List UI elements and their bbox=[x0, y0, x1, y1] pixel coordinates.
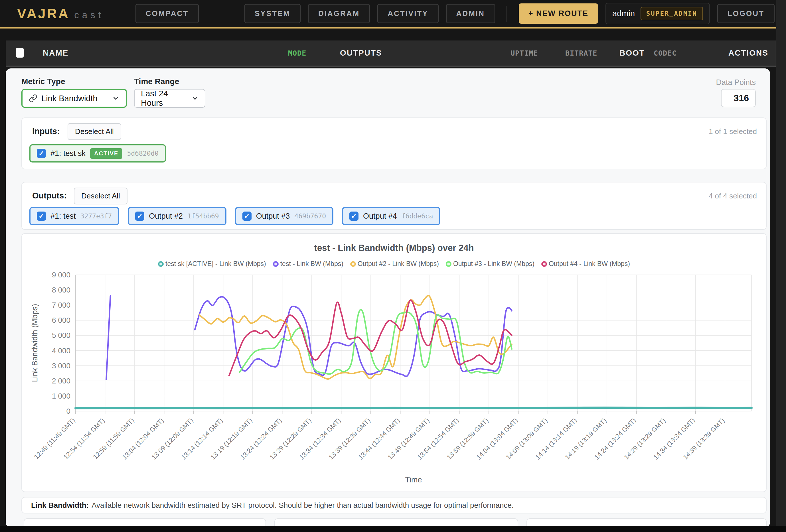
output-chip-label: Output #4 bbox=[363, 212, 397, 221]
metric-description-text: Available network bandwidth estimated by… bbox=[92, 501, 514, 510]
y-tick-label: 9 000 bbox=[52, 271, 70, 279]
column-codec[interactable]: CODEC bbox=[654, 49, 676, 57]
output-chip-id: 1f54bb69 bbox=[187, 212, 219, 220]
nav-divider bbox=[507, 6, 507, 22]
y-tick-label: 7 000 bbox=[52, 301, 70, 309]
inputs-title: Inputs: bbox=[32, 127, 60, 136]
nav-button-activity[interactable]: ACTIVITY bbox=[377, 4, 438, 23]
legend-item[interactable]: Output #3 - Link BW (Mbps) bbox=[446, 260, 534, 268]
column-outputs[interactable]: OUTPUTS bbox=[340, 48, 382, 57]
column-uptime[interactable]: UPTIME bbox=[510, 49, 538, 57]
legend-label: Output #3 - Link BW (Mbps) bbox=[453, 260, 534, 268]
legend-item[interactable]: Output #2 - Link BW (Mbps) bbox=[350, 260, 439, 268]
time-range-select[interactable]: Last 24 Hours bbox=[134, 89, 205, 108]
output-chip-id: 469b7670 bbox=[294, 212, 326, 220]
link-icon bbox=[29, 94, 37, 103]
legend-marker-icon bbox=[446, 261, 452, 267]
series-line bbox=[229, 300, 512, 376]
y-tick-label: 0 bbox=[66, 407, 70, 415]
checkbox[interactable]: ✓ bbox=[37, 149, 46, 158]
column-boot[interactable]: BOOT bbox=[620, 48, 645, 57]
metrics-panel: Metric Type Link Bandwidth Time Range La… bbox=[6, 68, 770, 528]
metric-description-card: Link Bandwidth: Available network bandwi… bbox=[21, 497, 767, 513]
nav-buttons: SYSTEMDIAGRAMACTIVITYADMIN bbox=[245, 4, 495, 23]
output-chip-row: ✓#1: test3277e3f7✓Output #21f54bb69✓Outp… bbox=[29, 207, 440, 225]
metric-description-title: Link Bandwidth: bbox=[31, 501, 89, 510]
output-chip-id: 3277e3f7 bbox=[80, 212, 112, 220]
legend-item[interactable]: Output #4 - Link BW (Mbps) bbox=[541, 260, 630, 268]
column-bitrate[interactable]: BITRATE bbox=[565, 49, 597, 57]
output-chip[interactable]: ✓Output #3469b7670 bbox=[235, 207, 333, 225]
metric-type-value: Link Bandwidth bbox=[41, 94, 97, 103]
compact-button[interactable]: COMPACT bbox=[136, 4, 199, 23]
nav-button-system[interactable]: SYSTEM bbox=[245, 4, 301, 23]
data-points-value: 316 bbox=[721, 89, 756, 107]
legend-marker-icon bbox=[541, 261, 547, 267]
checkbox[interactable]: ✓ bbox=[37, 212, 46, 221]
select-all-checkbox[interactable] bbox=[16, 48, 24, 57]
inputs-selected-summary: 1 of 1 selected bbox=[709, 127, 757, 136]
status-badge: ACTIVE bbox=[90, 148, 122, 159]
legend-marker-icon bbox=[158, 261, 164, 267]
outputs-selected-summary: 4 of 4 selected bbox=[709, 192, 757, 200]
top-navigation-bar: VAJRA cast COMPACT SYSTEMDIAGRAMACTIVITY… bbox=[0, 0, 786, 28]
output-chip-label: Output #2 bbox=[149, 212, 183, 221]
sort-ascending-icon: ↑ bbox=[45, 48, 50, 58]
user-box: admin SUPER_ADMIN bbox=[605, 3, 710, 24]
app-screen: VAJRA cast COMPACT SYSTEMDIAGRAMACTIVITY… bbox=[0, 0, 786, 532]
chevron-down-icon bbox=[191, 95, 199, 102]
inputs-card: Inputs: Deselect All 1 of 1 selected ✓#1… bbox=[21, 118, 767, 169]
x-axis-title: Time bbox=[405, 476, 422, 484]
column-mode[interactable]: MODE bbox=[288, 49, 306, 57]
time-range-value: Last 24 Hours bbox=[141, 89, 191, 108]
series-line bbox=[75, 408, 752, 408]
chart-card: test - Link Bandwidth (Mbps) over 24h te… bbox=[21, 233, 767, 492]
input-chip-label: #1: test sk bbox=[50, 149, 86, 158]
metric-type-select[interactable]: Link Bandwidth bbox=[21, 89, 127, 108]
legend-label: test sk [ACTIVE] - Link BW (Mbps) bbox=[165, 260, 266, 268]
y-axis-title: Link Bandwidth (Mbps) bbox=[30, 304, 39, 382]
nav-button-diagram[interactable]: DIAGRAM bbox=[308, 4, 370, 23]
outputs-card: Outputs: Deselect All 4 of 4 selected ✓#… bbox=[21, 182, 767, 230]
y-tick-label: 3 000 bbox=[52, 362, 70, 370]
brand-suffix: cast bbox=[74, 10, 104, 21]
time-range-label: Time Range bbox=[134, 77, 179, 86]
output-chip[interactable]: ✓#1: test3277e3f7 bbox=[29, 207, 119, 225]
route-table-header: NAME↑ MODE OUTPUTS UPTIME BITRATE BOOT C… bbox=[6, 41, 776, 67]
logout-button[interactable]: LOGOUT bbox=[717, 4, 775, 23]
legend-item[interactable]: test sk [ACTIVE] - Link BW (Mbps) bbox=[158, 260, 266, 268]
output-chip-label: #1: test bbox=[50, 212, 76, 221]
legend-item[interactable]: test - Link BW (Mbps) bbox=[273, 260, 343, 268]
y-tick-label: 1 000 bbox=[52, 392, 70, 400]
scrollbar-track[interactable] bbox=[776, 0, 786, 532]
checkbox[interactable]: ✓ bbox=[135, 212, 144, 221]
nav-group: SYSTEMDIAGRAMACTIVITYADMIN + NEW ROUTE a… bbox=[245, 3, 775, 24]
column-actions[interactable]: ACTIONS bbox=[729, 48, 768, 57]
y-tick-label: 2 000 bbox=[52, 377, 70, 385]
outputs-deselect-all-button[interactable]: Deselect All bbox=[74, 188, 128, 204]
legend-label: test - Link BW (Mbps) bbox=[280, 260, 343, 268]
new-route-button[interactable]: + NEW ROUTE bbox=[519, 3, 598, 24]
output-chip-id: f6dde6ca bbox=[401, 212, 433, 220]
metric-type-label: Metric Type bbox=[21, 77, 65, 86]
chart-title: test - Link Bandwidth (Mbps) over 24h bbox=[22, 243, 766, 253]
y-tick-label: 4 000 bbox=[52, 346, 70, 355]
chart-legend: test sk [ACTIVE] - Link BW (Mbps)test - … bbox=[22, 260, 766, 268]
data-points-label: Data Points bbox=[716, 78, 756, 87]
inputs-deselect-all-button[interactable]: Deselect All bbox=[68, 123, 121, 140]
output-chip[interactable]: ✓Output #21f54bb69 bbox=[128, 207, 226, 225]
legend-label: Output #4 - Link BW (Mbps) bbox=[549, 260, 630, 268]
legend-marker-icon bbox=[273, 261, 279, 267]
brand-name: VAJRA bbox=[17, 6, 70, 21]
outputs-title: Outputs: bbox=[32, 191, 67, 200]
output-chip[interactable]: ✓Output #4f6dde6ca bbox=[342, 207, 440, 225]
series-line bbox=[107, 296, 111, 380]
checkbox[interactable]: ✓ bbox=[349, 212, 359, 221]
output-chip-label: Output #3 bbox=[256, 212, 290, 221]
nav-button-admin[interactable]: ADMIN bbox=[446, 4, 495, 23]
brand-logo: VAJRA cast bbox=[17, 6, 104, 21]
bottom-edge bbox=[0, 526, 786, 532]
checkbox[interactable]: ✓ bbox=[242, 212, 252, 221]
input-chip[interactable]: ✓#1: test skACTIVE5d6820d0 bbox=[29, 144, 166, 163]
legend-marker-icon bbox=[350, 261, 356, 267]
